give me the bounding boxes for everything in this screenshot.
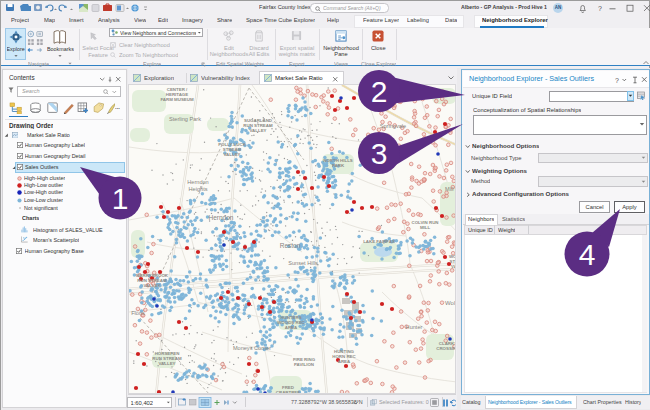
svg-text:AREA: AREA (338, 359, 351, 364)
svg-text:?: ? (598, 5, 602, 12)
svg-text:?: ? (615, 77, 619, 84)
svg-text:Moneys Corner: Moneys Corner (233, 345, 271, 351)
svg-text:Herndon: Herndon (187, 179, 208, 185)
svg-text:AREA: AREA (285, 325, 298, 330)
svg-text:Herndon: Herndon (209, 214, 234, 221)
svg-text:PARK: PARK (332, 163, 345, 168)
svg-text:VALLEY: VALLEY (224, 152, 241, 157)
svg-text:VALLEY: VALLEY (144, 283, 161, 288)
svg-text:VALLEY: VALLEY (159, 361, 176, 366)
svg-text:Hunter: Hunter (406, 324, 423, 330)
svg-text:Reston: Reston (280, 242, 301, 249)
svg-text:PAVILION: PAVILION (294, 362, 314, 367)
svg-text:FARM MUSEUM: FARM MUSEUM (160, 97, 194, 102)
svg-text:Floris: Floris (131, 310, 145, 316)
svg-text:Sunset Hills: Sunset Hills (288, 260, 318, 266)
svg-text:Wolf: Wolf (445, 300, 456, 306)
svg-text:CROSSING: CROSSING (436, 346, 456, 351)
svg-text:Sterling Park: Sterling Park (169, 116, 201, 122)
svg-text:LAKE FAIRFAX: LAKE FAIRFAX (363, 239, 395, 244)
svg-text:MILL: MILL (420, 225, 431, 230)
svg-text:Springvale: Springvale (380, 123, 406, 129)
svg-text:VA: VA (451, 264, 456, 269)
svg-text:VALLEY: VALLEY (250, 128, 267, 133)
svg-text:Heights: Heights (189, 186, 208, 192)
svg-text:Mill R: Mill R (445, 186, 456, 192)
